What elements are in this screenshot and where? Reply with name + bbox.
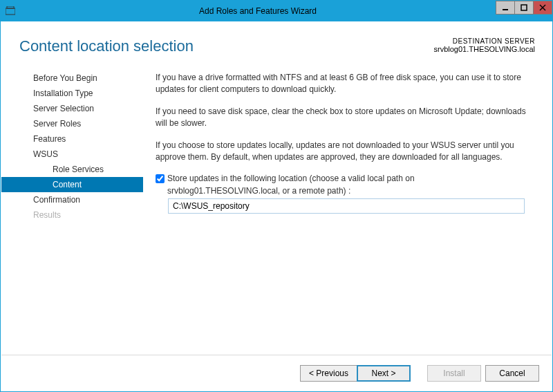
svg-rect-1 <box>7 6 14 8</box>
footer: < Previous Next > Install Cancel <box>1 355 552 391</box>
store-updates-checkbox[interactable] <box>156 174 165 183</box>
sidebar-item-confirmation[interactable]: Confirmation <box>1 192 143 207</box>
main-panel: If you have a drive formatted with NTFS … <box>143 62 552 355</box>
store-path-input[interactable] <box>168 198 525 214</box>
sidebar-item-wsus[interactable]: WSUS <box>1 147 143 162</box>
svg-rect-0 <box>6 8 15 15</box>
destination-info: DESTINATION SERVER srvblog01.THESOLVING.… <box>433 37 535 55</box>
store-updates-label: Store updates in the following location … <box>167 173 415 197</box>
install-button: Install <box>427 365 481 382</box>
sidebar-item-content[interactable]: Content <box>1 177 143 192</box>
destination-label: DESTINATION SERVER <box>433 37 535 45</box>
content: Content location selection DESTINATION S… <box>1 22 552 391</box>
next-button[interactable]: Next > <box>357 365 411 382</box>
sidebar-item-before-you-begin[interactable]: Before You Begin <box>1 71 143 86</box>
close-button[interactable] <box>533 1 552 15</box>
svg-rect-3 <box>521 5 527 10</box>
cancel-button[interactable]: Cancel <box>485 365 539 382</box>
store-updates-row: Store updates in the following location … <box>156 173 534 197</box>
wizard-window: Add Roles and Features Wizard Content lo… <box>0 0 553 392</box>
window-controls <box>496 1 552 16</box>
info-paragraph-2: If you need to save disk space, clear th… <box>156 106 534 130</box>
minimize-button[interactable] <box>496 1 515 15</box>
destination-server: srvblog01.THESOLVING.local <box>433 45 535 53</box>
previous-button[interactable]: < Previous <box>300 365 357 382</box>
window-title: Add Roles and Features Wizard <box>20 6 496 16</box>
body: Before You Begin Installation Type Serve… <box>1 62 552 355</box>
sidebar-item-results: Results <box>1 207 143 223</box>
header: Content location selection DESTINATION S… <box>1 22 552 62</box>
page-title: Content location selection <box>19 37 433 55</box>
sidebar-item-installation-type[interactable]: Installation Type <box>1 86 143 101</box>
sidebar-item-server-selection[interactable]: Server Selection <box>1 101 143 116</box>
sidebar-item-role-services[interactable]: Role Services <box>1 162 143 177</box>
sidebar: Before You Begin Installation Type Serve… <box>1 62 143 355</box>
app-icon <box>1 6 20 16</box>
sidebar-item-features[interactable]: Features <box>1 131 143 147</box>
info-paragraph-3: If you choose to store updates locally, … <box>156 140 534 164</box>
info-paragraph-1: If you have a drive formatted with NTFS … <box>156 72 534 96</box>
maximize-button[interactable] <box>514 1 534 15</box>
titlebar: Add Roles and Features Wizard <box>1 1 552 21</box>
sidebar-item-server-roles[interactable]: Server Roles <box>1 116 143 131</box>
